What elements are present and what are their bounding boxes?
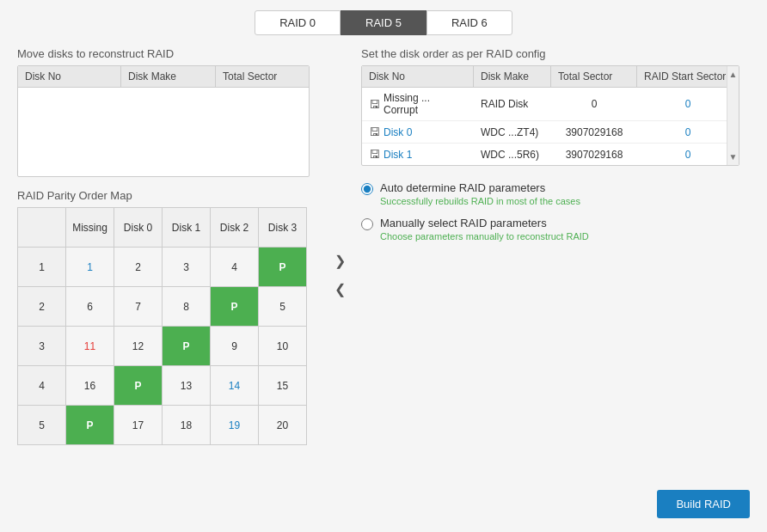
tab-raid6[interactable]: RAID 6 [426,10,512,35]
parity-cell-r1-c1: 1 [66,248,114,287]
right-table-header: Disk No Disk Make Total Sector RAID Star… [362,66,739,88]
right-disk-sector-2: 3907029168 [551,149,637,161]
right-disk-name-2: 🖫Disk 1 [362,148,474,161]
left-table-header: Disk No Disk Make Total Sector [18,66,309,88]
parity-cell-r2-c3: 8 [163,287,211,327]
parity-row-4: 416P131415 [18,366,307,406]
col-header-sector: Total Sector [216,66,309,87]
arrow-buttons-container: ❯ ❮ [327,104,353,445]
radio-manual-desc: Choose parameters manually to reconstruc… [380,231,589,242]
radio-manual-text: Manually select RAID parameters Choose p… [380,217,589,242]
parity-header-row: Missing Disk 0 Disk 1 Disk 2 Disk 3 [18,208,307,248]
parity-cell-r4-c5: 15 [259,366,307,406]
right-disk-raid-2: 0 [637,149,739,161]
parity-row-3: 31112P910 [18,327,307,366]
disk-icon-0: 🖫 [369,98,380,111]
right-disk-raid-1: 0 [637,126,739,138]
parity-row-2: 2678P5 [18,287,307,327]
rcol-header-sector: Total Sector [551,66,637,87]
parity-cell-r2-c2: 7 [114,287,163,327]
parity-row-5: 5P17181920 [18,406,307,445]
right-disk-name-0: 🖫Missing ... Corrupt [362,92,474,116]
parity-col-missing: Missing [66,208,114,248]
build-raid-button[interactable]: Build RAID [657,490,750,518]
disk-icon-1: 🖫 [369,125,380,138]
parity-row-label-4: 4 [18,366,66,406]
right-disk-row-1[interactable]: 🖫Disk 0WDC ...ZT4)39070291680 [362,121,739,144]
parity-table: Missing Disk 0 Disk 1 Disk 2 Disk 3 1123… [17,207,307,445]
parity-cell-r1-c4: 4 [211,248,259,287]
radio-auto-text: Auto determine RAID parameters Successfu… [380,181,580,206]
parity-title: RAID Parity Order Map [17,189,327,202]
col-header-make: Disk Make [121,66,216,87]
parity-col-disk3: Disk 3 [259,208,307,248]
right-disk-sector-0: 0 [551,98,637,110]
parity-cell-r3-c3: P [163,327,211,366]
parity-cell-r5-c4: 19 [211,406,259,445]
parity-cell-r5-c3: 18 [163,406,211,445]
tab-raid5[interactable]: RAID 5 [341,10,426,35]
rcol-header-make: Disk Make [474,66,551,87]
parity-row-label-2: 2 [18,287,66,327]
parity-cell-r2-c5: 5 [259,287,307,327]
tab-bar: RAID 0 RAID 5 RAID 6 [0,0,767,44]
right-disk-rows: 🖫Missing ... CorruptRAID Disk00🖫Disk 0WD… [362,88,739,165]
right-disk-name-1: 🖫Disk 0 [362,125,474,138]
parity-cell-r4-c3: 13 [163,366,211,406]
disk-icon-2: 🖫 [369,148,380,161]
parity-col-empty [18,208,66,248]
radio-option-manual: Manually select RAID parameters Choose p… [361,217,750,242]
parity-cell-r1-c3: 3 [163,248,211,287]
parity-cell-r3-c2: 12 [114,327,163,366]
parity-row-label-3: 3 [18,327,66,366]
arrow-right-button[interactable]: ❯ [330,251,350,271]
parity-cell-r3-c4: 9 [211,327,259,366]
col-header-diskno: Disk No [18,66,121,87]
parity-row-1: 11234P [18,248,307,287]
parity-cell-r3-c5: 10 [259,327,307,366]
tab-raid0[interactable]: RAID 0 [255,10,341,35]
left-disk-table: Disk No Disk Make Total Sector [17,65,310,177]
parity-cell-r3-c1: 11 [66,327,114,366]
parity-cell-r1-c5: P [259,248,307,287]
parity-cell-r2-c4: P [211,287,259,327]
main-content: Move disks to reconstruct RAID Disk No D… [0,44,767,445]
right-disk-row-0[interactable]: 🖫Missing ... CorruptRAID Disk00 [362,88,739,121]
parity-row-label-1: 1 [18,248,66,287]
parity-cell-r4-c4: 14 [211,366,259,406]
parity-cell-r1-c2: 2 [114,248,163,287]
radio-auto-desc: Successfully rebuilds RAID in most of th… [380,196,580,206]
parity-cell-r5-c5: 20 [259,406,307,445]
parity-cell-r4-c1: 16 [66,366,114,406]
right-disk-make-2: WDC ...5R6) [474,149,551,161]
scroll-up-button[interactable]: ▲ [727,68,739,81]
parity-cell-r5-c1: P [66,406,114,445]
right-disk-make-1: WDC ...ZT4) [474,126,551,138]
left-panel: Move disks to reconstruct RAID Disk No D… [17,44,327,445]
parity-cell-r5-c2: 17 [114,406,163,445]
rcol-header-diskno: Disk No [362,66,474,87]
radio-option-auto: Auto determine RAID parameters Successfu… [361,181,750,206]
radio-auto-label: Auto determine RAID parameters [380,181,580,194]
left-section-title: Move disks to reconstruct RAID [17,47,327,60]
rcol-header-raid: RAID Start Sector [637,66,739,87]
right-panel: Set the disk order as per RAID config Di… [353,44,750,445]
right-disk-table: Disk No Disk Make Total Sector RAID Star… [361,65,739,166]
right-disk-sector-1: 3907029168 [551,126,637,138]
parity-cell-r2-c1: 6 [66,287,114,327]
parity-cell-r4-c2: P [114,366,163,406]
right-disk-row-2[interactable]: 🖫Disk 1WDC ...5R6)39070291680 [362,144,739,165]
parity-row-label-5: 5 [18,406,66,445]
right-section-title: Set the disk order as per RAID config [361,47,750,60]
radio-section: Auto determine RAID parameters Successfu… [361,181,750,242]
parity-col-disk2: Disk 2 [211,208,259,248]
parity-col-disk1: Disk 1 [163,208,211,248]
scrollbar[interactable]: ▲ ▼ [727,66,739,165]
parity-col-disk0: Disk 0 [114,208,163,248]
right-disk-raid-0: 0 [637,98,739,110]
build-btn-container: Build RAID [657,490,750,518]
scroll-down-button[interactable]: ▼ [727,150,739,163]
radio-manual-input[interactable] [361,218,373,230]
radio-auto-input[interactable] [361,183,373,195]
arrow-left-button[interactable]: ❮ [330,279,350,299]
